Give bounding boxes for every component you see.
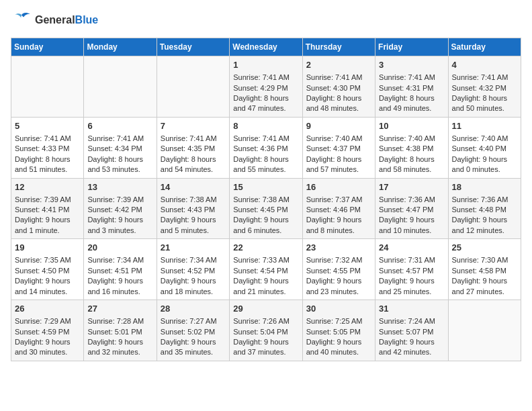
day-info: Sunrise: 7:25 AM <box>306 316 371 326</box>
day-number: 25 <box>452 242 517 254</box>
day-info: Sunset: 4:54 PM <box>233 266 298 276</box>
calendar-week-1: 1Sunrise: 7:41 AMSunset: 4:29 PMDaylight… <box>11 56 521 118</box>
day-info: Sunrise: 7:29 AM <box>15 316 80 326</box>
calendar-cell <box>84 56 157 118</box>
day-number: 21 <box>161 242 226 254</box>
calendar-cell: 20Sunrise: 7:34 AMSunset: 4:51 PMDayligh… <box>84 239 157 300</box>
day-info: Daylight: 8 hours and 47 minutes. <box>233 93 298 114</box>
day-info: Daylight: 9 hours and 35 minutes. <box>161 337 226 358</box>
day-info: Sunrise: 7:36 AM <box>379 195 444 205</box>
day-info: Sunrise: 7:34 AM <box>87 255 152 265</box>
day-info: Daylight: 9 hours and 30 minutes. <box>15 337 80 358</box>
calendar-cell: 17Sunrise: 7:36 AMSunset: 4:47 PMDayligh… <box>375 178 448 239</box>
day-info: Daylight: 8 hours and 48 minutes. <box>306 93 371 114</box>
day-info: Sunrise: 7:41 AM <box>15 134 80 144</box>
day-info: Daylight: 9 hours and 0 minutes. <box>452 154 517 175</box>
calendar-cell: 2Sunrise: 7:41 AMSunset: 4:30 PMDaylight… <box>302 56 375 118</box>
day-info: Daylight: 8 hours and 50 minutes. <box>452 93 517 114</box>
calendar-cell <box>11 56 84 118</box>
day-info: Sunset: 4:43 PM <box>161 205 226 215</box>
day-info: Daylight: 9 hours and 23 minutes. <box>306 276 371 297</box>
day-info: Sunset: 4:42 PM <box>87 205 152 215</box>
day-info: Daylight: 8 hours and 58 minutes. <box>379 154 444 175</box>
day-info: Daylight: 9 hours and 18 minutes. <box>161 276 226 297</box>
day-info: Daylight: 9 hours and 42 minutes. <box>379 337 444 358</box>
day-info: Sunset: 5:07 PM <box>379 327 444 337</box>
day-number: 1 <box>233 59 298 71</box>
calendar-table: SundayMondayTuesdayWednesdayThursdayFrid… <box>11 38 521 361</box>
day-info: Sunrise: 7:39 AM <box>87 195 152 205</box>
day-header-monday: Monday <box>84 38 157 56</box>
day-info: Sunrise: 7:37 AM <box>306 195 371 205</box>
calendar-cell: 7Sunrise: 7:41 AMSunset: 4:35 PMDaylight… <box>157 117 229 178</box>
calendar-cell: 12Sunrise: 7:39 AMSunset: 4:41 PMDayligh… <box>11 178 84 239</box>
day-info: Sunrise: 7:41 AM <box>161 134 226 144</box>
day-info: Sunrise: 7:28 AM <box>87 316 152 326</box>
day-info: Sunrise: 7:41 AM <box>379 73 444 83</box>
day-info: Sunset: 4:37 PM <box>306 144 371 154</box>
day-number: 20 <box>87 242 152 254</box>
calendar-cell: 18Sunrise: 7:36 AMSunset: 4:48 PMDayligh… <box>448 178 521 239</box>
day-info: Sunset: 5:04 PM <box>233 327 298 337</box>
day-number: 28 <box>161 303 226 315</box>
day-info: Daylight: 9 hours and 5 minutes. <box>161 215 226 236</box>
day-info: Sunrise: 7:41 AM <box>87 134 152 144</box>
day-info: Daylight: 9 hours and 1 minute. <box>15 215 80 236</box>
day-info: Sunset: 5:01 PM <box>87 327 152 337</box>
calendar-cell: 19Sunrise: 7:35 AMSunset: 4:50 PMDayligh… <box>11 239 84 300</box>
day-number: 13 <box>87 181 152 193</box>
day-number: 18 <box>452 181 517 193</box>
day-header-saturday: Saturday <box>448 38 521 56</box>
day-info: Daylight: 9 hours and 8 minutes. <box>306 215 371 236</box>
calendar-cell: 11Sunrise: 7:40 AMSunset: 4:40 PMDayligh… <box>448 117 521 178</box>
day-number: 5 <box>15 120 80 132</box>
calendar-week-4: 19Sunrise: 7:35 AMSunset: 4:50 PMDayligh… <box>11 239 521 300</box>
day-info: Daylight: 9 hours and 37 minutes. <box>233 337 298 358</box>
calendar-cell: 21Sunrise: 7:34 AMSunset: 4:52 PMDayligh… <box>157 239 229 300</box>
day-header-thursday: Thursday <box>302 38 375 56</box>
day-number: 9 <box>306 120 371 132</box>
day-info: Sunset: 4:29 PM <box>233 83 298 93</box>
calendar-cell <box>448 300 521 361</box>
day-info: Sunrise: 7:30 AM <box>452 255 517 265</box>
day-info: Sunrise: 7:40 AM <box>306 134 371 144</box>
calendar-cell: 23Sunrise: 7:32 AMSunset: 4:55 PMDayligh… <box>302 239 375 300</box>
day-number: 22 <box>233 242 298 254</box>
day-number: 19 <box>15 242 80 254</box>
day-number: 8 <box>233 120 298 132</box>
day-info: Sunset: 4:57 PM <box>379 266 444 276</box>
day-info: Daylight: 9 hours and 12 minutes. <box>452 215 517 236</box>
day-info: Sunset: 4:45 PM <box>233 205 298 215</box>
calendar-cell: 10Sunrise: 7:40 AMSunset: 4:38 PMDayligh… <box>375 117 448 178</box>
logo: GeneralBlue <box>11 11 98 30</box>
calendar-cell: 9Sunrise: 7:40 AMSunset: 4:37 PMDaylight… <box>302 117 375 178</box>
calendar-cell: 25Sunrise: 7:30 AMSunset: 4:58 PMDayligh… <box>448 239 521 300</box>
day-number: 15 <box>233 181 298 193</box>
day-info: Sunset: 4:36 PM <box>233 144 298 154</box>
day-info: Sunset: 4:35 PM <box>161 144 226 154</box>
day-info: Sunrise: 7:41 AM <box>233 134 298 144</box>
calendar-week-5: 26Sunrise: 7:29 AMSunset: 4:59 PMDayligh… <box>11 300 521 361</box>
day-number: 26 <box>15 303 80 315</box>
calendar-cell: 24Sunrise: 7:31 AMSunset: 4:57 PMDayligh… <box>375 239 448 300</box>
logo-icon <box>11 11 32 30</box>
day-info: Sunset: 4:33 PM <box>15 144 80 154</box>
day-info: Daylight: 9 hours and 25 minutes. <box>379 276 444 297</box>
day-info: Sunset: 4:30 PM <box>306 83 371 93</box>
day-info: Sunset: 4:48 PM <box>452 205 517 215</box>
day-header-sunday: Sunday <box>11 38 84 56</box>
day-info: Daylight: 9 hours and 3 minutes. <box>87 215 152 236</box>
day-info: Sunrise: 7:38 AM <box>233 195 298 205</box>
day-number: 17 <box>379 181 444 193</box>
day-info: Sunset: 4:50 PM <box>15 266 80 276</box>
day-info: Daylight: 9 hours and 27 minutes. <box>452 276 517 297</box>
day-info: Sunrise: 7:41 AM <box>306 73 371 83</box>
day-number: 6 <box>87 120 152 132</box>
calendar-cell: 3Sunrise: 7:41 AMSunset: 4:31 PMDaylight… <box>375 56 448 118</box>
day-info: Sunrise: 7:39 AM <box>15 195 80 205</box>
day-info: Sunset: 4:34 PM <box>87 144 152 154</box>
page-header: GeneralBlue <box>11 11 521 30</box>
calendar-cell: 15Sunrise: 7:38 AMSunset: 4:45 PMDayligh… <box>230 178 302 239</box>
calendar-cell: 6Sunrise: 7:41 AMSunset: 4:34 PMDaylight… <box>84 117 157 178</box>
day-number: 24 <box>379 242 444 254</box>
